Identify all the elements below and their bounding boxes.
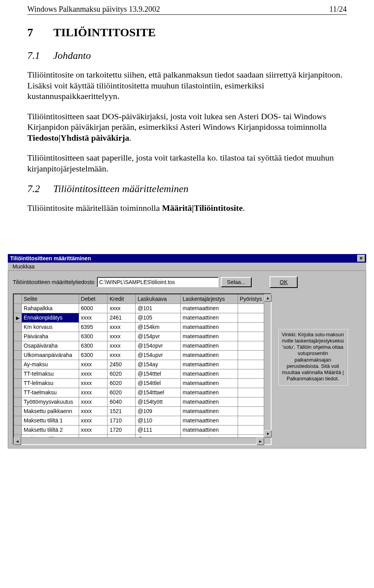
row-header[interactable] bbox=[14, 406, 22, 416]
row-header[interactable] bbox=[14, 388, 22, 397]
cell-jarj[interactable]: matemaattinen bbox=[180, 332, 238, 341]
cell-selite[interactable]: Osapäiväraha bbox=[21, 341, 79, 350]
row-header[interactable] bbox=[14, 416, 22, 425]
ok-button[interactable]: OK bbox=[270, 276, 298, 288]
cell-kaava[interactable]: @154pvr bbox=[136, 332, 181, 341]
cell-debet[interactable]: xxxx bbox=[79, 313, 108, 322]
row-header[interactable] bbox=[14, 304, 22, 313]
cell-kredit[interactable]: xxxx bbox=[108, 322, 136, 332]
cell-kredit[interactable]: xxxx bbox=[108, 332, 136, 341]
cell-debet[interactable]: 6000 bbox=[79, 304, 108, 313]
row-header[interactable] bbox=[14, 332, 22, 341]
table-row[interactable]: Maksettu tililtä 2xxxx1720@111matemaatti… bbox=[14, 425, 271, 434]
cell-kredit[interactable]: 6040 bbox=[108, 397, 136, 406]
table-row[interactable]: TT-taelmaksuxxxx6020@154tttaelmatemaatti… bbox=[14, 388, 271, 397]
table-row[interactable]: ▶Ennakonpidätysxxxx2461@105matemaattinen bbox=[14, 313, 271, 322]
cell-debet[interactable]: xxxx bbox=[79, 378, 108, 388]
cell-selite[interactable]: TT-taelmaksu bbox=[21, 388, 79, 397]
dialog-titlebar[interactable]: Tiliöintitositteen määrittäminen ✕ bbox=[8, 254, 366, 263]
cell-selite[interactable]: Km korvaus bbox=[21, 322, 79, 332]
cell-debet[interactable]: 6300 bbox=[79, 332, 108, 341]
cell-kaava[interactable]: @101 bbox=[136, 304, 181, 313]
cell-selite[interactable]: Maksettu palkkaenn bbox=[21, 406, 79, 416]
cell-selite[interactable]: Ennakonpidätys bbox=[21, 313, 79, 322]
cell-kredit[interactable]: xxxx bbox=[108, 350, 136, 360]
row-header[interactable] bbox=[14, 350, 22, 360]
cell-kredit[interactable]: 2450 bbox=[108, 360, 136, 369]
cell-debet[interactable]: xxxx bbox=[79, 369, 108, 378]
cell-selite[interactable]: TT-telmaksu bbox=[21, 369, 79, 378]
cell-kaava[interactable]: @154tttel bbox=[136, 369, 181, 378]
cell-jarj[interactable]: matemaattinen bbox=[180, 378, 238, 388]
cell-debet[interactable]: xxxx bbox=[79, 388, 108, 397]
cell-jarj[interactable]: matemaattinen bbox=[180, 322, 238, 332]
cell-debet[interactable]: xxxx bbox=[79, 360, 108, 369]
table-row[interactable]: Työttömyysvakuutusxxxx6040@154työttmatem… bbox=[14, 397, 271, 406]
cell-kredit[interactable]: 6020 bbox=[108, 388, 136, 397]
col-debet[interactable]: Debet bbox=[79, 294, 108, 304]
scroll-down-icon[interactable]: ▼ bbox=[264, 430, 272, 438]
cell-jarj[interactable]: matemaattinen bbox=[180, 304, 238, 313]
cell-kaava[interactable]: @105 bbox=[136, 313, 181, 322]
cell-selite[interactable]: Päiväraha bbox=[21, 332, 79, 341]
cell-kaava[interactable]: @154km bbox=[136, 322, 181, 332]
horizontal-scrollbar[interactable]: ◄ ► bbox=[14, 437, 264, 444]
table-row[interactable]: Maksettu palkkaennxxxx1521@109matemaatti… bbox=[14, 406, 271, 416]
cell-kaava[interactable]: @154upvr bbox=[136, 350, 181, 360]
cell-kredit[interactable]: 6020 bbox=[108, 378, 136, 388]
cell-jarj[interactable]: matemaattinen bbox=[180, 341, 238, 350]
vertical-scrollbar[interactable]: ▲ ▼ bbox=[264, 294, 271, 438]
col-kredit[interactable]: Kredit bbox=[108, 294, 136, 304]
cell-jarj[interactable]: matemaattinen bbox=[180, 425, 238, 434]
close-icon[interactable]: ✕ bbox=[357, 255, 365, 262]
cell-kaava[interactable]: @154ttlel bbox=[136, 378, 181, 388]
table-row[interactable]: Päiväraha6300xxxx@154pvrmatemaattinen bbox=[14, 332, 271, 341]
cell-kaava[interactable]: @154opvr bbox=[136, 341, 181, 350]
row-header[interactable] bbox=[14, 341, 22, 350]
cell-selite[interactable]: Rahapalkka bbox=[21, 304, 79, 313]
cell-debet[interactable]: 6395 bbox=[79, 322, 108, 332]
cell-jarj[interactable]: matemaattinen bbox=[180, 360, 238, 369]
row-header[interactable] bbox=[14, 425, 22, 434]
cell-kredit[interactable]: 1720 bbox=[108, 425, 136, 434]
filepath-input[interactable]: C:\WINPL\SAMPLES\tilioint.tos bbox=[97, 277, 219, 287]
row-header[interactable] bbox=[14, 369, 22, 378]
table-row[interactable]: Ulkomaanpäiväraha6300xxxx@154upvrmatemaa… bbox=[14, 350, 271, 360]
cell-debet[interactable]: xxxx bbox=[79, 397, 108, 406]
table-row[interactable]: TT-lelmaksuxxxx6020@154ttlelmatemaattine… bbox=[14, 378, 271, 388]
cell-jarj[interactable]: matemaattinen bbox=[180, 406, 238, 416]
cell-kaava[interactable]: @154ay bbox=[136, 360, 181, 369]
cell-selite[interactable]: Maksettu tililtä 2 bbox=[21, 425, 79, 434]
menu-muokkaa[interactable]: Muokkaa bbox=[10, 263, 37, 270]
cell-kaava[interactable]: @109 bbox=[136, 406, 181, 416]
cell-selite[interactable]: Ulkomaanpäiväraha bbox=[21, 350, 79, 360]
col-selite[interactable]: Selite bbox=[21, 294, 79, 304]
row-header[interactable] bbox=[14, 322, 22, 332]
scroll-left-icon[interactable]: ◄ bbox=[14, 438, 21, 445]
cell-debet[interactable]: xxxx bbox=[79, 425, 108, 434]
browse-button[interactable]: Selaa... bbox=[221, 277, 252, 287]
cell-selite[interactable]: TT-lelmaksu bbox=[21, 378, 79, 388]
cell-jarj[interactable]: matemaattinen bbox=[180, 350, 238, 360]
table-row[interactable]: Rahapalkka6000xxxx@101matemaattinen bbox=[14, 304, 271, 313]
cell-jarj[interactable]: matemaattinen bbox=[180, 313, 238, 322]
cell-kaava[interactable]: @110 bbox=[136, 416, 181, 425]
cell-kaava[interactable]: @154tttael bbox=[136, 388, 181, 397]
cell-kaava[interactable]: @154tyött bbox=[136, 397, 181, 406]
cell-kaava[interactable]: @111 bbox=[136, 425, 181, 434]
row-header[interactable] bbox=[14, 397, 22, 406]
cell-kredit[interactable]: 1710 bbox=[108, 416, 136, 425]
cell-jarj[interactable]: matemaattinen bbox=[180, 369, 238, 378]
cell-kredit[interactable]: 1521 bbox=[108, 406, 136, 416]
cell-kredit[interactable]: xxxx bbox=[108, 341, 136, 350]
cell-jarj[interactable]: matemaattinen bbox=[180, 397, 238, 406]
scroll-right-icon[interactable]: ► bbox=[257, 438, 264, 445]
cell-jarj[interactable]: matemaattinen bbox=[180, 388, 238, 397]
col-laskentajarjestys[interactable]: Laskentajärjestys bbox=[180, 294, 238, 304]
cell-debet[interactable]: 6300 bbox=[79, 350, 108, 360]
row-header[interactable] bbox=[14, 378, 22, 388]
table-row[interactable]: Osapäiväraha6300xxxx@154opvrmatemaattine… bbox=[14, 341, 271, 350]
row-header[interactable]: ▶ bbox=[14, 313, 22, 322]
cell-debet[interactable]: 6300 bbox=[79, 341, 108, 350]
cell-debet[interactable]: xxxx bbox=[79, 416, 108, 425]
